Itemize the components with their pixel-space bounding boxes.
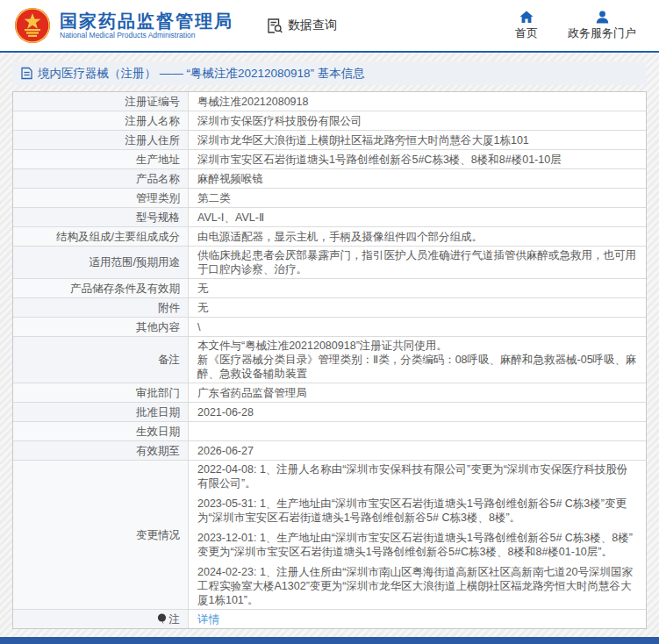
header: 国家药品监督管理局 National Medical Products Admi… (0, 0, 659, 53)
row-value: 广东省药品监督管理局 (189, 383, 646, 402)
row-label: 管理类别 (13, 189, 189, 207)
nav-home[interactable]: 首页 (515, 11, 538, 41)
row-value: 无 (189, 298, 646, 317)
table-row-registration-no: 注册证编号 粤械注准20212080918 (13, 92, 646, 111)
row-label: 有效期至 (13, 441, 189, 460)
row-label: 变更情况 (13, 461, 189, 609)
table-row-registrant-name: 注册人名称 深圳市安保医疗科技股份有限公司 (13, 111, 646, 131)
row-value: 深圳市安保医疗科技股份有限公司 (189, 111, 646, 130)
data-query-label: 数据查询 (288, 18, 337, 33)
table-row-valid-until: 有效期至 2026-06-27 (13, 441, 646, 461)
row-label: 产品名称 (13, 169, 189, 188)
table-row-remarks: 备注 本文件与“粤械注准20212080918”注册证共同使用。 新《医疗器械分… (13, 337, 646, 383)
table-row-product-name: 产品名称 麻醉视频喉镜 (13, 169, 646, 189)
registration-info-table: 注册证编号 粤械注准20212080918 注册人名称 深圳市安保医疗科技股份有… (12, 91, 647, 629)
table-row-storage: 产品储存条件及有效期 无 (13, 279, 646, 298)
agency-name-cn: 国家药品监督管理局 (60, 11, 233, 31)
table-row-effective-date: 生效日期 (13, 422, 646, 441)
row-label: 产品储存条件及有效期 (13, 279, 189, 297)
row-label: 批准日期 (13, 403, 189, 421)
agency-name-en: National Medical Products Administration (60, 31, 233, 40)
row-value: 无 (189, 279, 646, 297)
table-row-approval-date: 批准日期 2021-06-28 (13, 403, 646, 422)
row-value: 粤械注准20212080918 (189, 92, 646, 111)
row-label: 附件 (13, 298, 189, 317)
row-value: 2021-06-28 (189, 403, 646, 421)
row-value: 2026-06-27 (189, 441, 646, 460)
page-icon (21, 67, 32, 80)
user-icon (596, 11, 609, 24)
row-label: 其他内容 (13, 318, 189, 336)
table-row-management-class: 管理类别 第二类 (13, 189, 646, 208)
table-row-attachment: 附件 无 (13, 298, 646, 318)
table-row-registrant-address: 注册人住所 深圳市龙华区大浪街道上横朗社区福龙路旁恒大时尚慧谷大厦1栋101 (13, 131, 646, 150)
row-label: 注册证编号 (13, 92, 189, 111)
table-row-changes: 变更情况 2022-04-08: 1、注册人名称由“深圳市安保科技有限公司”变更… (13, 461, 646, 610)
row-label: 生效日期 (13, 422, 189, 440)
row-value: 第二类 (189, 189, 646, 207)
row-label: 结构及组成/主要组成成分 (13, 227, 189, 246)
table-row-approval-dept: 审批部门 广东省药品监督管理局 (13, 383, 646, 403)
row-value: 麻醉视频喉镜 (189, 169, 646, 188)
row-value: 深圳市宝安区石岩街道塘头1号路创维创新谷5#C栋3楼、8楼和8#楼01-10层 (189, 150, 646, 168)
agency-titles: 国家药品监督管理局 National Medical Products Admi… (60, 11, 233, 40)
row-value: 2022-04-08: 1、注册人名称由“深圳市安保科技有限公司”变更为“深圳市… (189, 461, 646, 609)
table-row-composition: 结构及组成/主要组成成分 由电源适配器，显示主机，手柄及摄像组件四个部分组成。 (13, 227, 646, 247)
row-value: 本文件与“粤械注准20212080918”注册证共同使用。 新《医疗器械分类目录… (189, 337, 646, 383)
row-value: \ (189, 318, 646, 336)
row-label: 注册人名称 (13, 111, 189, 130)
row-value: 详情 (189, 610, 646, 628)
nav-home-label: 首页 (515, 25, 538, 41)
breadcrumb-text: 境内医疗器械（注册） —— “粤械注准20212080918” 基本信息 (38, 66, 365, 82)
nav-portal[interactable]: 政务服务门户 (568, 11, 636, 41)
row-value: 深圳市龙华区大浪街道上横朗社区福龙路旁恒大时尚慧谷大厦1栋101 (189, 131, 646, 149)
table-row-note: 注 详情 (13, 610, 646, 628)
top-navigation: 首页 政务服务门户 (515, 11, 636, 41)
table-row-other-content: 其他内容 \ (13, 318, 646, 337)
note-icon (157, 613, 167, 625)
row-label: 注 (13, 610, 189, 628)
row-label: 审批部门 (13, 383, 189, 402)
note-label: 注 (169, 612, 181, 626)
table-row-model-spec: 型号规格 AVL-Ⅰ、AVL-Ⅱ (13, 208, 646, 227)
row-label: 生产地址 (13, 150, 189, 168)
row-label: 注册人住所 (13, 131, 189, 149)
row-label: 型号规格 (13, 208, 189, 226)
table-row-intended-use: 适用范围/预期用途 供临床挑起患者会厌部暴露声门，指引医护人员准确进行气道插管供… (13, 247, 646, 279)
row-label: 适用范围/预期用途 (13, 247, 189, 278)
row-value: 供临床挑起患者会厌部暴露声门，指引医护人员准确进行气道插管供麻醉或急救用，也可用… (189, 247, 646, 278)
agency-logo[interactable]: 国家药品监督管理局 National Medical Products Admi… (14, 7, 233, 44)
breadcrumb: 境内医疗器械（注册） —— “粤械注准20212080918” 基本信息 (12, 61, 647, 85)
row-value: AVL-Ⅰ、AVL-Ⅱ (189, 208, 646, 226)
row-label: 备注 (13, 337, 189, 383)
home-icon (519, 11, 534, 24)
row-value (189, 422, 646, 440)
national-emblem-icon (14, 7, 51, 44)
nav-portal-label: 政务服务门户 (568, 25, 636, 41)
detail-link[interactable]: 详情 (197, 612, 637, 626)
footer-bar (0, 637, 659, 644)
document-search-icon (267, 18, 283, 34)
row-value: 由电源适配器，显示主机，手柄及摄像组件四个部分组成。 (189, 227, 646, 246)
table-row-production-address: 生产地址 深圳市宝安区石岩街道塘头1号路创维创新谷5#C栋3楼、8楼和8#楼01… (13, 150, 646, 169)
data-query-button[interactable]: 数据查询 (267, 18, 337, 34)
